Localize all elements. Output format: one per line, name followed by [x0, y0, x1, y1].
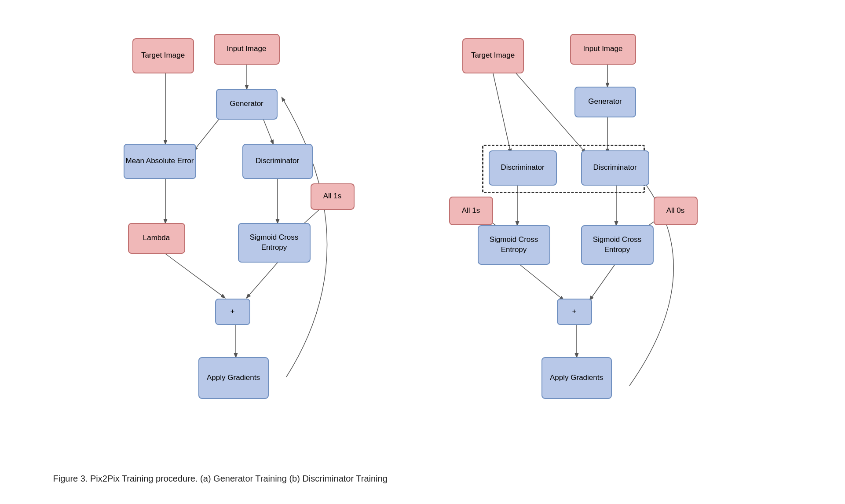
node-generator-a: Generator [216, 89, 278, 120]
node-target-image-a: Target Image [132, 38, 194, 73]
node-apply-gradients-a: Apply Gradients [198, 357, 269, 399]
svg-line-10 [493, 73, 511, 153]
node-plus-b: + [557, 299, 592, 325]
svg-line-13 [508, 65, 585, 153]
node-discriminator-a: Discriminator [242, 144, 313, 179]
node-discriminator-right-b: Discriminator [581, 150, 649, 186]
svg-line-18 [517, 263, 563, 300]
node-sce-left-b: Sigmoid Cross Entropy [478, 225, 550, 265]
node-discriminator-left-b: Discriminator [489, 150, 557, 186]
node-target-image-b: Target Image [462, 38, 524, 73]
node-sce-right-b: Sigmoid Cross Entropy [581, 225, 654, 265]
node-all1s-a: All 1s [311, 183, 355, 210]
figure-caption: Figure 3. Pix2Pix Training procedure. (a… [27, 474, 819, 484]
svg-line-8 [247, 263, 278, 298]
main-container: Target Image Input Image Generator Mean … [27, 12, 819, 493]
diagram-a: Target Image Input Image Generator Mean … [97, 25, 405, 465]
node-generator-b: Generator [574, 87, 636, 117]
svg-line-7 [165, 254, 225, 298]
svg-line-19 [590, 263, 616, 300]
node-all1s-b: All 1s [449, 197, 493, 225]
node-input-image-b: Input Image [570, 34, 636, 65]
node-mae-a: Mean Absolute Error [124, 144, 196, 179]
node-input-image-a: Input Image [214, 34, 280, 65]
node-sce-a: Sigmoid Cross Entropy [238, 223, 311, 263]
node-plus-a: + [215, 299, 250, 325]
diagrams-row: Target Image Input Image Generator Mean … [27, 25, 819, 465]
diagram-b: Target Image Input Image Generator Discr… [440, 25, 748, 465]
node-all0s-b: All 0s [654, 197, 698, 225]
node-apply-gradients-b: Apply Gradients [541, 357, 612, 399]
node-lambda-a: Lambda [128, 223, 185, 254]
